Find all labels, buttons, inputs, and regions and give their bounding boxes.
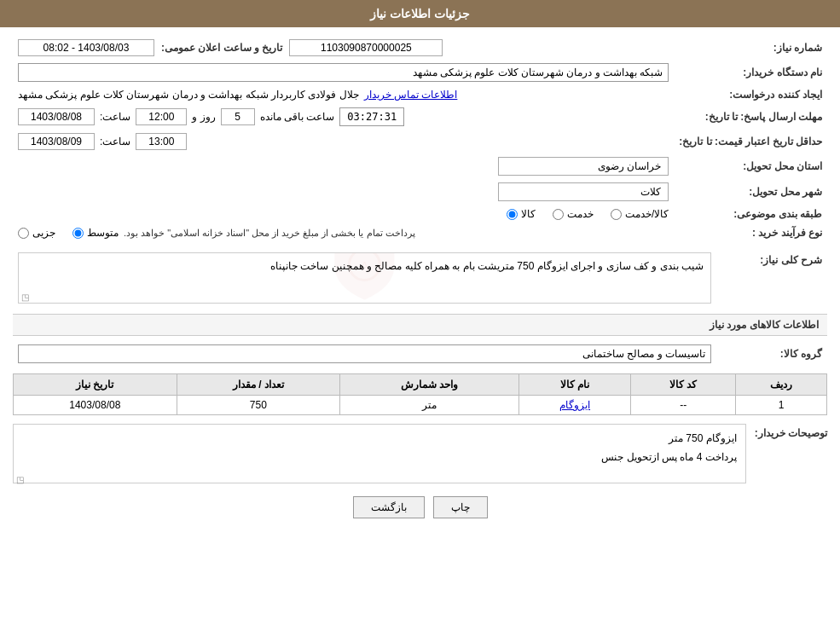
radio-kala-khedmat-label: کالا/خدمت — [625, 208, 669, 220]
buyer-notes-line2: پرداخت 4 ماه پس ازتحویل جنس — [22, 448, 737, 467]
creator-value: جلال فولادی کاربردار شبکه بهداشت و درمان… — [18, 89, 359, 101]
province-cell: خراسان رضوی — [13, 153, 674, 179]
buyer-notes-label: توصیحات خریدار: — [755, 424, 827, 439]
reply-date: 1403/08/08 — [18, 108, 95, 125]
need-number-cell: 1103090870000025 تاریخ و ساعت اعلان عموم… — [13, 36, 674, 60]
radio-kala-khedmat-input[interactable] — [611, 209, 622, 220]
radio-kala-input[interactable] — [507, 209, 518, 220]
radio-motavasset[interactable]: متوسط — [72, 227, 119, 239]
col-qty: تعداد / مقدار — [177, 374, 339, 396]
page-header: جزئیات اطلاعات نیاز — [0, 0, 840, 27]
bottom-buttons: چاپ بازگشت — [13, 496, 827, 518]
col-row: ردیف — [736, 374, 827, 396]
table-header-row: ردیف کد کالا نام کالا واحد شمارش تعداد /… — [14, 374, 827, 396]
radio-jozii-input[interactable] — [18, 228, 29, 239]
price-deadline-cell: 13:00 ساعت: 1403/08/09 — [13, 130, 674, 153]
cell-date: 1403/08/08 — [14, 396, 177, 415]
buyer-notes-resize[interactable]: ◳ — [15, 472, 24, 481]
radio-kala-khedmat[interactable]: کالا/خدمت — [611, 208, 669, 220]
announce-date-value: 1403/08/03 - 08:02 — [18, 39, 154, 56]
general-desc-box: A AriaTender .net شیب بندی و کف سازی و ا… — [18, 252, 711, 304]
buyer-org-label: نام دستگاه خریدار: — [674, 60, 827, 85]
announce-date-label: تاریخ و ساعت اعلان عمومی: — [161, 42, 282, 54]
process-note: پرداخت تمام یا بخشی از مبلغ خرید از محل … — [124, 228, 415, 239]
products-table: ردیف کد کالا نام کالا واحد شمارش تعداد /… — [13, 373, 827, 415]
products-section: ردیف کد کالا نام کالا واحد شمارش تعداد /… — [13, 373, 827, 415]
type-label: طبقه بندی موضوعی: — [674, 205, 827, 223]
product-group-table: گروه کالا: تاسیسات و مصالح ساختمانی — [13, 341, 827, 367]
buyer-notes-box: ایزوگام 750 متر پرداخت 4 ماه پس ازتحویل … — [13, 424, 746, 483]
creator-label: ایجاد کننده درخواست: — [674, 85, 827, 104]
print-button[interactable]: چاپ — [433, 496, 488, 518]
buyer-notes-section: توصیحات خریدار: ایزوگام 750 متر پرداخت 4… — [13, 424, 827, 483]
product-group-cell: تاسیسات و مصالح ساختمانی — [13, 341, 716, 367]
table-row: 1 -- ایزوگام متر 750 1403/08/08 — [14, 396, 827, 415]
col-code: کد کالا — [631, 374, 736, 396]
reply-days: 5 — [221, 108, 255, 125]
city-value: کلات — [498, 182, 669, 201]
cell-row: 1 — [736, 396, 827, 415]
radio-motavasset-input[interactable] — [72, 228, 84, 239]
general-desc-table: شرح کلی نیاز: A AriaTender .net شی — [13, 249, 827, 307]
general-desc-text: شیب بندی و کف سازی و اجرای ایزوگام 750 م… — [26, 260, 704, 272]
remaining-time: 03:27:31 — [339, 107, 404, 126]
radio-jozii[interactable]: جزیی — [18, 227, 55, 239]
cell-qty: 750 — [177, 396, 339, 415]
need-number-table: شماره نیاز: 1103090870000025 تاریخ و ساع… — [13, 36, 827, 242]
radio-khedmat-input[interactable] — [553, 209, 564, 220]
products-section-title: اطلاعات کالاهای مورد نیاز — [13, 314, 827, 336]
remaining-label: ساعت باقی مانده — [260, 111, 335, 123]
reply-time: 12:00 — [136, 108, 187, 125]
process-cell: پرداخت تمام یا بخشی از مبلغ خرید از محل … — [13, 223, 674, 242]
col-name: نام کالا — [518, 374, 631, 396]
buyer-org-cell: شبکه بهداشت و درمان شهرستان کلات علوم پز… — [13, 60, 674, 85]
price-deadline-label: حداقل تاریخ اعتبار قیمت: تا تاریخ: — [674, 130, 827, 153]
city-label: شهر محل تحویل: — [674, 179, 827, 205]
contact-link[interactable]: اطلاعات تماس خریدار — [364, 89, 458, 101]
price-time-label: ساعت: — [100, 136, 130, 148]
cell-unit: متر — [340, 396, 519, 415]
radio-kala[interactable]: کالا — [507, 208, 536, 220]
need-number-value: 1103090870000025 — [289, 39, 443, 56]
page-title: جزئیات اطلاعات نیاز — [370, 7, 470, 20]
creator-cell: اطلاعات تماس خریدار جلال فولادی کاربردار… — [13, 85, 674, 104]
price-time: 13:00 — [136, 133, 187, 150]
radio-kala-label: کالا — [521, 208, 536, 220]
page-wrapper: جزئیات اطلاعات نیاز شماره نیاز: 11030908… — [0, 0, 840, 625]
back-button[interactable]: بازگشت — [353, 496, 425, 518]
province-value: خراسان رضوی — [498, 157, 669, 176]
time-label: ساعت: — [100, 111, 130, 123]
city-cell: کلات — [13, 179, 674, 205]
buyer-notes-line1: ایزوگام 750 متر — [22, 430, 737, 448]
reply-deadline-cell: 03:27:31 ساعت باقی مانده 5 روز و 12:00 س… — [13, 104, 674, 130]
radio-khedmat-label: خدمت — [567, 208, 594, 220]
radio-khedmat[interactable]: خدمت — [553, 208, 594, 220]
general-desc-label: شرح کلی نیاز: — [716, 249, 827, 307]
cell-code: -- — [631, 396, 736, 415]
type-cell: کالا/خدمت خدمت کالا — [13, 205, 674, 223]
radio-motavasset-label: متوسط — [87, 227, 119, 239]
process-label: نوع فرآیند خرید : — [674, 223, 827, 242]
product-group-label: گروه کالا: — [716, 341, 827, 367]
buyer-org-value: شبکه بهداشت و درمان شهرستان کلات علوم پز… — [18, 63, 669, 82]
need-number-label: شماره نیاز: — [674, 36, 827, 60]
content-area: شماره نیاز: 1103090870000025 تاریخ و ساع… — [0, 27, 840, 535]
radio-jozii-label: جزیی — [32, 227, 55, 239]
resize-handle[interactable]: ◳ — [20, 292, 29, 301]
cell-name[interactable]: ایزوگام — [518, 396, 631, 415]
col-unit: واحد شمارش — [340, 374, 519, 396]
price-date: 1403/08/09 — [18, 133, 95, 150]
reply-deadline-label: مهلت ارسال پاسخ: تا تاریخ: — [674, 104, 827, 130]
col-date: تاریخ نیاز — [14, 374, 177, 396]
day-label: روز و — [192, 111, 215, 123]
general-desc-cell: A AriaTender .net شیب بندی و کف سازی و ا… — [13, 249, 716, 307]
product-group-value: تاسیسات و مصالح ساختمانی — [18, 344, 711, 363]
province-label: استان محل تحویل: — [674, 153, 827, 179]
